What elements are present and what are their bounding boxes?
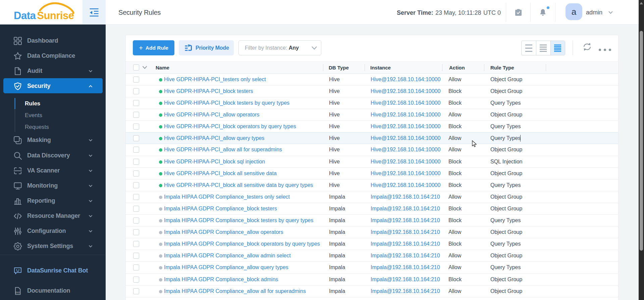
svg-text:DOC: DOC (16, 291, 21, 294)
